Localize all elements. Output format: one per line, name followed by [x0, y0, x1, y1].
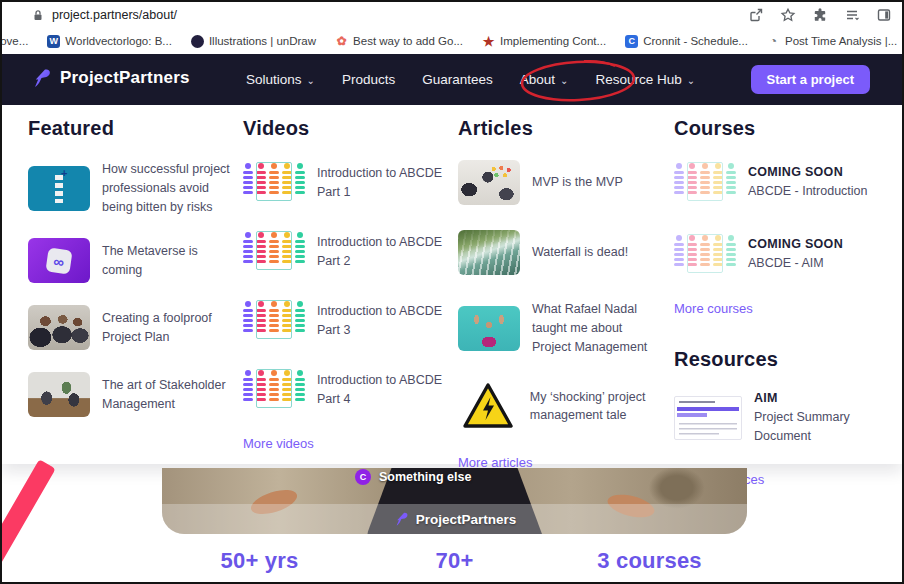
stat-courses: 3 courses	[552, 548, 747, 574]
stat-years: 50+ yrs	[162, 548, 357, 574]
bookmark-star-icon[interactable]	[779, 6, 796, 23]
waterfall-photo-thumbnail	[458, 230, 520, 275]
video-item-part3[interactable]: Introduction to ABCDE Part 3	[243, 298, 443, 343]
team-photo-thumbnail	[28, 305, 90, 350]
more-videos-link[interactable]: More videos	[243, 436, 443, 451]
share-icon[interactable]	[747, 6, 764, 23]
pink-ribbon-decoration	[0, 459, 56, 577]
extensions-icon[interactable]	[811, 6, 828, 23]
course-item-introduction[interactable]: COMING SOON ABCDE - Introduction	[674, 160, 884, 205]
org-chart-thumbnail-pastel	[674, 232, 736, 277]
stats-row: 50+ yrs 70+ 3 courses	[162, 548, 747, 574]
clock-icon: ◔	[767, 35, 780, 48]
org-chart-thumbnail	[243, 298, 305, 343]
coming-soon-badge: COMING SOON	[748, 237, 878, 251]
bookmark-item[interactable]: ◔Post Time Analysis |...	[767, 35, 897, 48]
resources-heading: Resources	[674, 348, 884, 371]
brand-logo[interactable]: ProjectPartners	[30, 67, 190, 89]
coming-soon-badge: COMING SOON	[748, 165, 878, 179]
site-navbar: ProjectPartners Solutions⌄ Products Guar…	[2, 54, 902, 105]
video-item-part1[interactable]: Introduction to ABCDE Part 1	[243, 160, 443, 205]
bookmark-item[interactable]: CCronnit - Schedule...	[625, 35, 748, 48]
chevron-down-icon: ⌄	[687, 75, 695, 86]
featured-column: Featured How successful project professi…	[28, 117, 236, 417]
bookmark-item[interactable]: prove...	[0, 35, 28, 47]
worldvectorlogo-icon: W	[47, 35, 60, 48]
video-item-part4[interactable]: Introduction to ABCDE Part 4	[243, 367, 443, 412]
nav-solutions[interactable]: Solutions⌄	[246, 72, 315, 87]
stat-seventy: 70+	[357, 548, 552, 574]
lock-icon	[32, 9, 44, 22]
articles-heading: Articles	[458, 117, 663, 140]
bookmark-item[interactable]: Illustrations | unDraw	[191, 35, 316, 48]
infinity-icon: ∞	[45, 247, 72, 274]
featured-heading: Featured	[28, 117, 236, 140]
courses-heading: Courses	[674, 117, 884, 140]
bookmarks-bar: prove... WWorldvectorlogo: B... Illustra…	[2, 28, 902, 54]
nadal-photo-thumbnail	[458, 306, 520, 351]
nav-guarantees[interactable]: Guarantees	[422, 72, 493, 87]
document-thumbnail	[674, 396, 742, 440]
url-bar[interactable]: project.partners/about/	[2, 2, 902, 28]
articles-column: Articles MVP is the MVP Waterfall is dea…	[458, 117, 663, 470]
browser-window: project.partners/about/ prove... WWorldv…	[0, 0, 904, 584]
more-courses-link[interactable]: More courses	[674, 301, 884, 316]
chevron-down-icon: ⌄	[560, 75, 568, 86]
side-panel-icon[interactable]	[875, 6, 892, 23]
workshop-photo-thumbnail	[458, 160, 520, 205]
nav-products[interactable]: Products	[342, 72, 395, 87]
flower-icon: ✿	[335, 35, 348, 48]
video-brand-bar: ProjectPartners	[162, 504, 747, 534]
cronnit-icon: C	[625, 35, 638, 48]
projectpartners-logo-icon	[393, 511, 409, 527]
org-chart-thumbnail	[243, 367, 305, 412]
warning-triangle-icon	[458, 381, 518, 431]
courses-resources-column: Courses COMING SOON ABCDE - Introduction…	[674, 117, 884, 487]
url-text[interactable]: project.partners/about/	[52, 8, 177, 22]
hero-video[interactable]: C Something else ProjectPartners	[162, 468, 747, 534]
org-chart-thumbnail	[243, 160, 305, 205]
videos-column: Videos Introduction to ABCDE Part 1 Intr…	[243, 117, 443, 451]
article-item-waterfall[interactable]: Waterfall is dead!	[458, 230, 663, 275]
featured-item-risks[interactable]: How successful project professionals avo…	[28, 160, 236, 216]
resource-item-aim-summary[interactable]: AIM Project Summary Document	[674, 391, 884, 446]
featured-item-stakeholder[interactable]: The art of Stakeholder Management	[28, 372, 236, 417]
nav-about[interactable]: About⌄	[520, 72, 569, 87]
tab-list-icon[interactable]	[843, 6, 860, 23]
video-caption: C Something else	[355, 469, 471, 485]
article-item-mvp[interactable]: MVP is the MVP	[458, 160, 663, 205]
course-item-aim[interactable]: COMING SOON ABCDE - AIM	[674, 232, 884, 277]
chevron-down-icon: ⌄	[307, 75, 315, 86]
article-item-nadal[interactable]: What Rafael Nadal taught me about Projec…	[458, 300, 663, 356]
bookmark-item[interactable]: ✿Best way to add Go...	[335, 35, 463, 48]
resource-hub-mega-menu: Featured How successful project professi…	[2, 105, 902, 464]
article-item-shocking[interactable]: My ‘shocking’ project management tale	[458, 381, 663, 431]
video-item-part2[interactable]: Introduction to ABCDE Part 2	[243, 229, 443, 274]
risk-blocks-thumbnail	[28, 166, 90, 211]
meeting-photo-thumbnail	[28, 372, 90, 417]
undraw-icon	[191, 35, 204, 48]
videos-heading: Videos	[243, 117, 443, 140]
featured-item-metaverse[interactable]: ∞ The Metaverse is coming	[28, 238, 236, 283]
featured-item-project-plan[interactable]: Creating a foolproof Project Plan	[28, 305, 236, 350]
start-project-button[interactable]: Start a project	[751, 65, 870, 94]
bookmark-item[interactable]: ★Implementing Cont...	[482, 35, 606, 48]
org-chart-thumbnail	[243, 229, 305, 274]
brand-name: ProjectPartners	[60, 68, 190, 88]
org-chart-thumbnail-pastel	[674, 160, 736, 205]
projectpartners-logo-icon	[30, 67, 52, 89]
meta-logo-thumbnail: ∞	[28, 238, 90, 283]
resource-badge: AIM	[754, 391, 884, 405]
star-icon: ★	[482, 35, 495, 48]
nav-resource-hub[interactable]: Resource Hub⌄	[595, 72, 695, 87]
caption-bullet-icon: C	[355, 469, 371, 485]
nav-links: Solutions⌄ Products Guarantees About⌄ Re…	[246, 54, 695, 105]
bookmark-item[interactable]: WWorldvectorlogo: B...	[47, 35, 172, 48]
